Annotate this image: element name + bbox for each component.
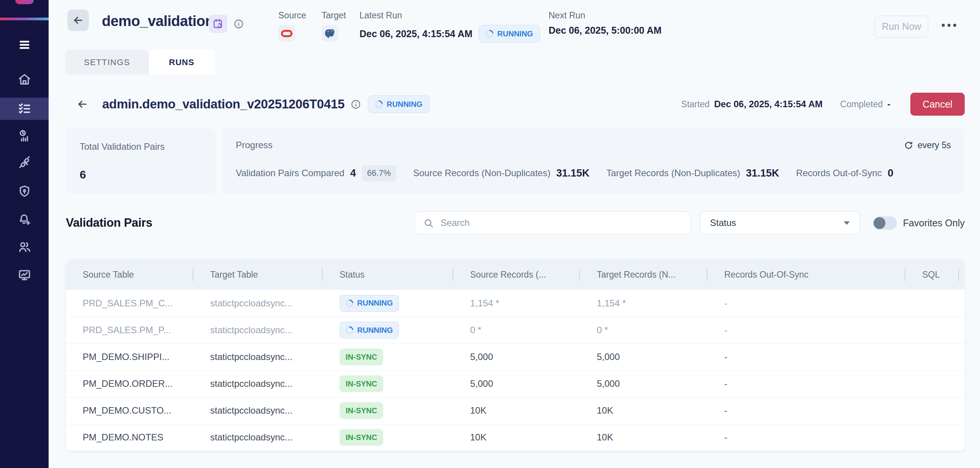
cell-out-of-sync: - [707, 424, 905, 451]
sidebar-item-home[interactable] [0, 68, 49, 90]
back-button[interactable] [67, 10, 89, 31]
pairs-heading: Validation Pairs [66, 216, 152, 230]
more-options-icon[interactable] [942, 24, 956, 27]
cell-status: IN-SYNC [323, 370, 453, 397]
run-now-button[interactable]: Run Now [875, 16, 928, 38]
sidebar-item-users[interactable] [0, 236, 49, 258]
cell-status: IN-SYNC [323, 344, 453, 370]
cell-target-table: statictpccloadsync... [193, 344, 323, 370]
tab-runs[interactable]: RUNS [149, 50, 214, 75]
cell-out-of-sync: - [707, 397, 905, 424]
table-row[interactable]: PM_DEMO.ORDER... statictpccloadsync... I… [66, 370, 965, 397]
total-pairs-card: Total Validation Pairs 6 [66, 128, 216, 194]
table-row[interactable]: PM_DEMO.CUSTO... statictpccloadsync... I… [66, 397, 965, 424]
status-badge: IN-SYNC [340, 402, 383, 419]
status-badge: RUNNING [340, 295, 399, 312]
sidebar-item-alerts[interactable] [0, 208, 49, 231]
status-badge: IN-SYNC [340, 349, 383, 365]
run-detail-row: admin.demo_validation_v20251206T0415 RUN… [49, 92, 965, 116]
col-out-of-sync: Records Out-Of-Sync [707, 259, 905, 290]
cell-target-table: statictpccloadsync... [193, 317, 323, 344]
cell-out-of-sync: - [707, 370, 905, 397]
main-content: demo_validation Source Target Latest Run… [49, 0, 980, 468]
metrics-icon [18, 129, 31, 143]
table-row[interactable]: PM_DEMO.NOTES statictpccloadsync... IN-S… [66, 424, 965, 451]
cell-status: IN-SYNC [323, 397, 453, 424]
source-block: Source [278, 10, 306, 42]
home-icon [18, 72, 31, 86]
cell-sql [905, 290, 959, 317]
sidebar [0, 0, 49, 468]
sidebar-item-security[interactable] [0, 180, 49, 203]
schedule-calendar-icon[interactable] [209, 15, 227, 33]
tab-settings[interactable]: SETTINGS [65, 50, 149, 75]
cell-source-table: PM_DEMO.NOTES [66, 424, 193, 451]
alerts-bell-plus-icon [18, 213, 31, 226]
cell-sql [905, 344, 959, 370]
cell-source-records: 10K [453, 424, 580, 451]
stats-row: Total Validation Pairs 6 Progress every … [66, 128, 965, 194]
latest-run-value: Dec 06, 2025, 4:15:54 AM [359, 28, 472, 39]
cell-target-records: 5,000 [580, 370, 707, 397]
pairs-toolbar: Validation Pairs Status Favorites Only [66, 211, 965, 234]
cell-target-table: statictpccloadsync... [193, 290, 323, 317]
cell-source-records: 0 * [453, 317, 580, 344]
menu-toggle-icon[interactable] [0, 34, 49, 56]
col-source-table: Source Table [66, 259, 193, 290]
cell-target-records: 1,154 * [580, 290, 707, 317]
cell-sql [905, 317, 959, 344]
page-title: demo_validation [102, 13, 214, 29]
table-row[interactable]: PM_DEMO.SHIPPI... statictpccloadsync... … [66, 344, 965, 370]
next-run-value: Dec 06, 2025, 5:00:00 AM [549, 25, 662, 36]
security-shield-icon [18, 185, 31, 198]
col-source-records: Source Records (... [453, 259, 580, 290]
favorites-label: Favorites Only [903, 218, 965, 229]
table-row[interactable]: PRD_SALES.PM_P... statictpccloadsync... … [66, 317, 965, 344]
cell-target-table: statictpccloadsync... [193, 397, 323, 424]
sidebar-item-metrics[interactable] [0, 125, 49, 147]
metric-source-records: Source Records (Non-Duplicates) 31.15K [413, 167, 590, 179]
cell-source-table: PRD_SALES.PM_C... [66, 290, 193, 317]
favorites-toggle[interactable] [873, 216, 897, 230]
next-run-block: Next Run Dec 06, 2025, 5:00:00 AM [549, 10, 662, 36]
status-badge: IN-SYNC [340, 429, 383, 446]
cell-sql [905, 424, 959, 451]
metric-target-records: Target Records (Non-Duplicates) 31.15K [606, 167, 779, 179]
cancel-button[interactable]: Cancel [910, 93, 965, 116]
col-filler [959, 259, 965, 290]
cell-target-records: 0 * [580, 317, 707, 344]
cell-target-table: statictpccloadsync... [193, 424, 323, 451]
cell-source-table: PM_DEMO.SHIPPI... [66, 344, 193, 370]
next-run-label: Next Run [549, 10, 662, 21]
table-row[interactable]: PRD_SALES.PM_C... statictpccloadsync... … [66, 290, 965, 317]
job-info-icon[interactable] [234, 19, 244, 30]
cell-out-of-sync: - [707, 317, 905, 344]
cell-source-records: 10K [453, 397, 580, 424]
search-input[interactable] [441, 218, 682, 228]
refresh-icon[interactable] [904, 141, 913, 150]
run-status-badge: RUNNING [368, 95, 430, 113]
status-badge: RUNNING [340, 322, 399, 339]
sidebar-item-dashboard[interactable] [0, 264, 49, 286]
refresh-interval-label: every 5s [918, 140, 951, 151]
started-label: Started [681, 99, 709, 110]
cell-source-table: PRD_SALES.PM_P... [66, 317, 193, 344]
cell-sql [905, 370, 959, 397]
sidebar-gradient-divider [0, 18, 49, 20]
cell-out-of-sync: - [707, 344, 905, 370]
cell-source-table: PM_DEMO.ORDER... [66, 370, 193, 397]
users-icon [18, 240, 31, 254]
run-back-button[interactable] [77, 98, 88, 110]
sidebar-item-validations[interactable] [0, 98, 49, 120]
sidebar-item-connections[interactable] [0, 152, 49, 174]
oracle-source-icon [278, 25, 295, 42]
run-info-icon[interactable] [351, 99, 361, 110]
job-header: demo_validation Source Target Latest Run… [49, 0, 980, 50]
target-block: Target [322, 10, 346, 42]
cell-target-records: 10K [580, 397, 707, 424]
cell-target-table: statictpccloadsync... [193, 370, 323, 397]
status-filter-select[interactable]: Status [700, 211, 860, 234]
completed-value: - [887, 99, 890, 110]
cell-source-records: 1,154 * [453, 290, 580, 317]
app-logo [15, 0, 34, 4]
